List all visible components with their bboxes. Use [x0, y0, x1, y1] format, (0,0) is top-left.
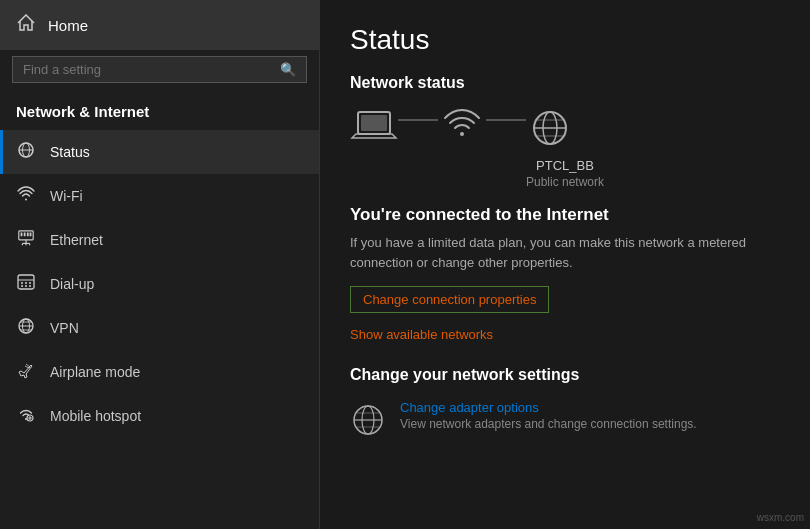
sidebar-item-label: Ethernet — [50, 232, 103, 248]
connected-title: You're connected to the Internet — [350, 205, 780, 225]
sidebar-item-status[interactable]: Status — [0, 130, 319, 174]
adapter-text: Change adapter options View network adap… — [400, 400, 697, 431]
sidebar-item-label: VPN — [50, 320, 79, 336]
svg-point-15 — [21, 282, 23, 284]
sidebar-section-title: Network & Internet — [0, 95, 319, 130]
svg-rect-26 — [361, 115, 387, 131]
laptop-icon — [350, 108, 398, 152]
adapter-desc: View network adapters and change connect… — [400, 417, 697, 431]
status-icon — [16, 141, 36, 163]
vpn-icon — [16, 317, 36, 339]
svg-rect-7 — [30, 233, 32, 237]
network-type: Public network — [350, 175, 780, 189]
sidebar-item-label: Mobile hotspot — [50, 408, 141, 424]
sidebar-item-label: Wi-Fi — [50, 188, 83, 204]
settings-item-adapter: Change adapter options View network adap… — [350, 400, 780, 438]
svg-point-19 — [25, 285, 27, 287]
sidebar-item-dialup[interactable]: Dial-up — [0, 262, 319, 306]
search-input[interactable] — [23, 62, 272, 77]
sidebar-nav: Status Wi-Fi — [0, 130, 319, 438]
search-box[interactable]: 🔍 — [12, 56, 307, 83]
page-title: Status — [350, 24, 780, 56]
sidebar-item-ethernet[interactable]: Ethernet — [0, 218, 319, 262]
svg-point-18 — [21, 285, 23, 287]
network-status-heading: Network status — [350, 74, 780, 92]
globe-icon — [526, 108, 574, 152]
connected-desc: If you have a limited data plan, you can… — [350, 233, 750, 272]
ethernet-icon — [16, 229, 36, 251]
sidebar-item-airplane[interactable]: Airplane mode — [0, 350, 319, 394]
svg-rect-6 — [27, 233, 29, 237]
wifi-icon — [16, 185, 36, 207]
svg-rect-4 — [21, 233, 23, 237]
sidebar-item-wifi[interactable]: Wi-Fi — [0, 174, 319, 218]
sidebar-item-label: Status — [50, 144, 90, 160]
svg-rect-5 — [24, 233, 26, 237]
sidebar-item-label: Dial-up — [50, 276, 94, 292]
network-name: PTCL_BB — [350, 158, 780, 173]
search-icon: 🔍 — [280, 62, 296, 77]
sidebar-item-vpn[interactable]: VPN — [0, 306, 319, 350]
change-settings-title: Change your network settings — [350, 366, 780, 384]
svg-point-16 — [25, 282, 27, 284]
sidebar-item-hotspot[interactable]: Mobile hotspot — [0, 394, 319, 438]
sidebar-home-button[interactable]: Home — [0, 0, 319, 50]
home-icon — [16, 14, 36, 36]
svg-point-17 — [29, 282, 31, 284]
adapter-title[interactable]: Change adapter options — [400, 400, 697, 415]
airplane-icon — [16, 361, 36, 383]
show-available-networks-link[interactable]: Show available networks — [350, 327, 780, 342]
change-connection-properties-link[interactable]: Change connection properties — [350, 286, 549, 313]
network-diagram — [350, 108, 780, 152]
dialup-icon — [16, 273, 36, 295]
network-line-2 — [486, 119, 526, 121]
adapter-icon — [350, 402, 386, 438]
home-label: Home — [48, 17, 88, 34]
sidebar: Home 🔍 Network & Internet Status — [0, 0, 320, 529]
network-line-1 — [398, 119, 438, 121]
router-icon — [438, 108, 486, 152]
svg-point-20 — [29, 285, 31, 287]
hotspot-icon — [16, 405, 36, 427]
sidebar-item-label: Airplane mode — [50, 364, 140, 380]
main-content: Status Network status — [320, 0, 810, 529]
